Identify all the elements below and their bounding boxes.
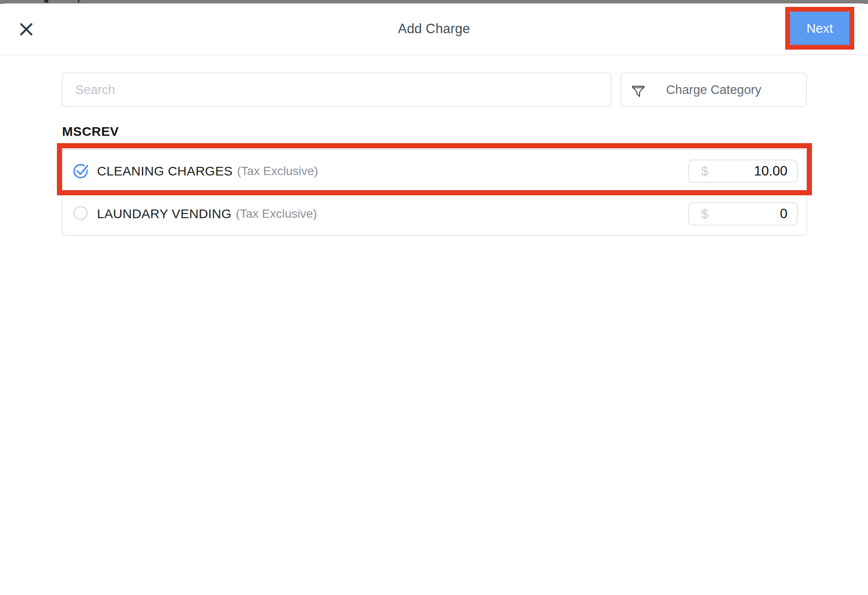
amount-field: $ — [688, 202, 798, 225]
annotation-box-next: Next — [785, 7, 854, 50]
charge-category-filter-button[interactable]: Charge Category — [621, 72, 807, 107]
search-input[interactable] — [62, 72, 612, 107]
close-icon — [19, 22, 34, 38]
amount-field: $ — [688, 160, 798, 183]
charge-name: CLEANING CHARGES — [97, 164, 233, 178]
filter-button-label: Charge Category — [621, 83, 806, 97]
next-button[interactable]: Next — [790, 12, 849, 45]
tax-note: (Tax Exclusive) — [236, 207, 317, 221]
add-charge-modal: Add Charge Next Charge Category MSCREV C… — [0, 3, 868, 595]
close-button[interactable] — [16, 20, 36, 40]
charge-name: LAUNDARY VENDING — [97, 207, 231, 221]
charge-row-cleaning-charges[interactable]: CLEANING CHARGES (Tax Exclusive) $ — [62, 150, 806, 192]
charge-list: CLEANING CHARGES (Tax Exclusive) $ LAUND… — [62, 149, 807, 236]
currency-symbol: $ — [689, 164, 709, 178]
modal-header: Add Charge — [0, 3, 868, 55]
background-content-fragment — [78, 0, 79, 3]
background-content-fragment — [44, 0, 48, 3]
amount-input[interactable] — [709, 206, 797, 222]
charge-group-header: MSCREV — [62, 124, 119, 139]
amount-input[interactable] — [709, 163, 797, 179]
currency-symbol: $ — [689, 207, 709, 221]
funnel-icon — [631, 83, 646, 100]
page-title: Add Charge — [398, 21, 470, 37]
empty-circle-icon[interactable] — [72, 204, 90, 224]
tax-note: (Tax Exclusive) — [237, 164, 318, 178]
charge-row-laundary-vending[interactable]: LAUNDARY VENDING (Tax Exclusive) $ — [62, 192, 806, 235]
check-circle-icon[interactable] — [72, 161, 90, 182]
